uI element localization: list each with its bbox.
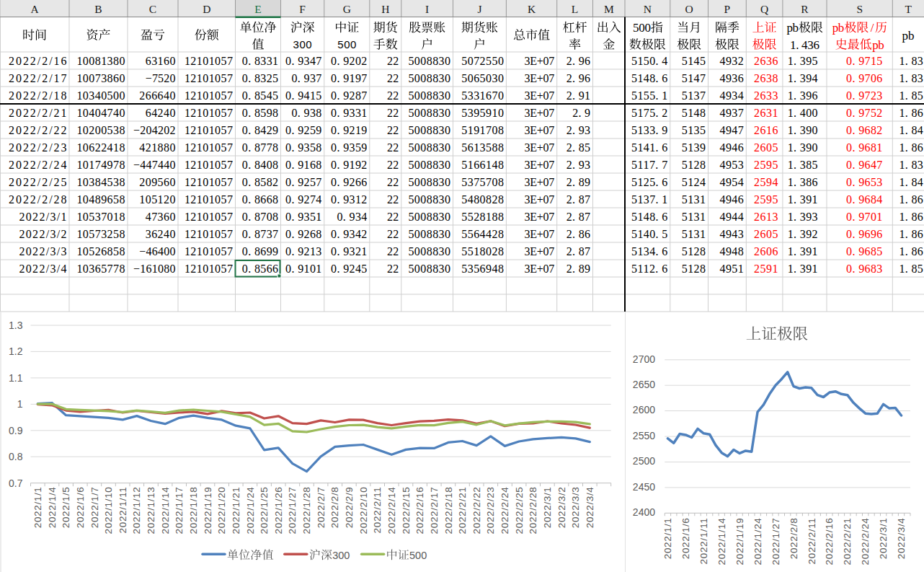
svg-text:12101057: 12101057 [185,72,233,84]
svg-text:5128: 5128 [682,159,706,171]
svg-text:63160: 63160 [146,55,176,67]
svg-text:2022/3/4: 2022/3/4 [585,487,595,529]
svg-text:2022/1/24: 2022/1/24 [752,518,763,566]
svg-text:10365778: 10365778 [76,263,125,275]
svg-text:2606: 2606 [754,245,778,258]
svg-text:5117. 7: 5117. 7 [631,159,667,171]
svg-text:2550: 2550 [633,430,655,441]
svg-text:12101057: 12101057 [185,263,233,275]
svg-text:0. 9683: 0. 9683 [846,263,882,275]
svg-text:22: 22 [387,176,399,188]
svg-text:K: K [528,3,536,15]
svg-text:2022/2/18: 2022/2/18 [9,89,67,102]
svg-text:22: 22 [387,193,399,206]
svg-text:2022/3/4: 2022/3/4 [19,263,67,275]
svg-text:2. 96: 2. 96 [567,55,590,67]
svg-text:0. 938: 0. 938 [292,107,322,119]
svg-text:10081380: 10081380 [76,55,125,67]
svg-text:5008830: 5008830 [408,263,450,275]
svg-text:5155. 1: 5155. 1 [631,89,667,102]
svg-text:pb: pb [872,38,884,52]
svg-text:4953: 4953 [720,159,744,171]
svg-text:1. 86: 1. 86 [899,141,923,154]
svg-text:2022/3/3: 2022/3/3 [19,245,67,258]
svg-text:5133. 9: 5133. 9 [631,124,667,136]
svg-text:2022/2/7: 2022/2/7 [316,487,326,529]
svg-text:5166148: 5166148 [461,159,504,171]
svg-text:H: H [381,3,389,15]
svg-text:2022/1/14: 2022/1/14 [160,487,171,534]
svg-text:A: A [30,3,39,15]
svg-text:5124: 5124 [682,176,706,188]
svg-text:2636: 2636 [754,55,778,67]
svg-text:5148. 6: 5148. 6 [631,72,667,84]
svg-text:1. 386: 1. 386 [788,176,818,188]
svg-text:C: C [149,3,156,15]
svg-text:0. 8429: 0. 8429 [242,124,278,136]
svg-text:2605: 2605 [754,228,778,240]
svg-text:0. 8778: 0. 8778 [242,141,278,154]
svg-text:5375708: 5375708 [461,176,504,188]
svg-text:0. 9168: 0. 9168 [285,159,321,171]
svg-text:0. 9647: 0. 9647 [846,159,882,171]
svg-text:5356948: 5356948 [461,263,504,275]
svg-text:0. 9681: 0. 9681 [846,141,882,154]
svg-text:0. 8582: 0. 8582 [242,176,278,188]
svg-text:0. 9321: 0. 9321 [331,245,367,258]
svg-text:0.9: 0.9 [9,425,23,436]
svg-text:5141. 6: 5141. 6 [631,141,667,154]
svg-text:5008830: 5008830 [408,211,450,223]
svg-text:5131: 5131 [682,228,706,240]
svg-text:5128: 5128 [682,245,706,258]
svg-text:2. 89: 2. 89 [567,176,590,188]
svg-text:R: R [801,3,809,15]
svg-text:O: O [685,3,693,15]
svg-text:1. 86: 1. 86 [899,107,923,119]
svg-text:4944: 4944 [720,211,744,223]
svg-text:5008830: 5008830 [408,124,450,136]
svg-text:0. 9706: 0. 9706 [846,72,882,84]
svg-text:2022/2/25: 2022/2/25 [514,487,525,534]
svg-text:3E+07: 3E+07 [524,211,554,223]
svg-text:64240: 64240 [146,107,176,119]
svg-text:12101057: 12101057 [185,159,233,171]
svg-text:2595: 2595 [754,159,778,171]
svg-text:G: G [343,3,351,15]
svg-text:5072550: 5072550 [461,55,504,67]
svg-text:12101057: 12101057 [185,193,233,206]
svg-text:3E+07: 3E+07 [524,141,554,154]
svg-text:2. 93: 2. 93 [567,159,590,171]
svg-text:2022/1/18: 2022/1/18 [188,487,199,534]
svg-text:1. 390: 1. 390 [788,124,818,136]
svg-text:2400: 2400 [633,506,655,518]
svg-text:2022/3/2: 2022/3/2 [556,487,567,529]
svg-text:1. 391: 1. 391 [788,193,818,206]
svg-text:22: 22 [387,228,399,240]
svg-text:12101057: 12101057 [185,89,233,102]
svg-text:1. 390: 1. 390 [788,141,818,154]
svg-text:0. 9266: 0. 9266 [331,176,367,188]
svg-text:0.7: 0.7 [9,478,23,489]
svg-text:0. 9213: 0. 9213 [285,245,321,258]
svg-text:5134. 6: 5134. 6 [631,245,667,258]
svg-text:0. 9101: 0. 9101 [285,263,321,275]
svg-text:2022/2/22: 2022/2/22 [9,124,67,136]
svg-text:0. 9219: 0. 9219 [331,124,367,136]
svg-text:2022/2/17: 2022/2/17 [429,487,440,534]
svg-text:0. 9682: 0. 9682 [846,124,882,136]
svg-text:2022/3/1: 2022/3/1 [878,518,889,560]
svg-text:22: 22 [387,141,399,154]
svg-text:2022/1/12: 2022/1/12 [131,487,142,534]
svg-text:2594: 2594 [754,176,778,188]
svg-text:2022/1/1: 2022/1/1 [662,518,673,560]
svg-text:0. 8699: 0. 8699 [242,245,278,258]
svg-text:500: 500 [633,21,651,35]
svg-text:5008830: 5008830 [408,245,450,258]
svg-text:3E+07: 3E+07 [524,263,554,275]
svg-text:2613: 2613 [754,211,778,223]
svg-text:0. 8668: 0. 8668 [242,193,278,206]
svg-text:5008830: 5008830 [408,72,450,84]
svg-text:0. 9351: 0. 9351 [285,211,321,223]
svg-text:2. 89: 2. 89 [567,263,590,275]
svg-text:1. 436: 1. 436 [790,38,819,52]
